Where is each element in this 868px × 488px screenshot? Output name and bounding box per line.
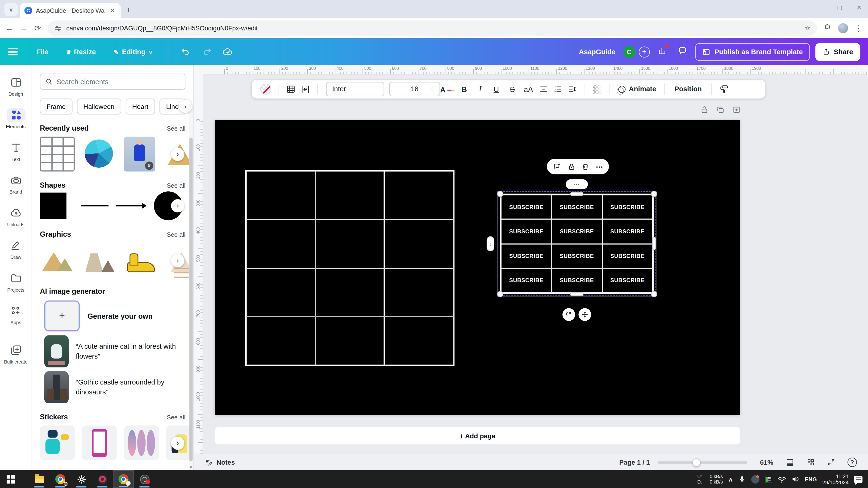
start-button[interactable] (0, 470, 21, 488)
table-cell[interactable]: SUBSCRIBE (552, 268, 602, 293)
grid-view-icon[interactable] (806, 458, 815, 466)
table-cell[interactable]: SUBSCRIBE (552, 195, 602, 219)
arrow-thumbnail[interactable] (116, 192, 147, 219)
table-cell[interactable]: SUBSCRIBE (602, 195, 653, 219)
site-settings-icon[interactable] (54, 25, 61, 32)
text-case-button[interactable]: aA (520, 81, 536, 97)
prompt-item[interactable]: “Gothic castle surrounded by dinosaurs” (44, 371, 193, 403)
spacing-button[interactable] (565, 81, 580, 97)
copy-style-button[interactable] (717, 81, 731, 97)
account-avatar[interactable]: C (623, 46, 636, 58)
row-recent-chevron[interactable]: › (171, 148, 184, 161)
reload-icon[interactable]: ⟳ (34, 24, 41, 33)
extensions-icon[interactable] (824, 24, 832, 33)
browser-menu-icon[interactable]: ⋮ (855, 24, 863, 33)
tab-close-icon[interactable]: ✕ (109, 7, 116, 14)
handle-right-middle[interactable] (652, 237, 656, 250)
resize-menu[interactable]: ♛Resize (59, 48, 102, 56)
more-options-icon[interactable]: ⋯ (596, 162, 603, 171)
see-all-recently[interactable]: See all (167, 125, 185, 131)
workspace-name[interactable]: AsapGuide (579, 48, 615, 56)
position-button[interactable]: Position (670, 81, 706, 97)
scrollbar-thumb[interactable] (189, 138, 193, 461)
pyramids-thumbnail[interactable] (40, 243, 75, 278)
sphinx-thumbnail[interactable] (82, 243, 117, 278)
font-size-value[interactable]: 18 (411, 85, 418, 93)
recording-icon[interactable] (751, 475, 759, 483)
see-all-graphics[interactable]: See all (167, 231, 185, 238)
italic-button[interactable]: I (472, 81, 488, 97)
table-cell[interactable] (315, 171, 384, 220)
list-button[interactable] (551, 81, 565, 97)
duplicate-page-icon[interactable] (716, 106, 724, 114)
comment-icon[interactable] (553, 162, 561, 171)
help-button[interactable]: ? (847, 458, 857, 467)
address-bar[interactable]: canva.com/design/DAGUQp__8G0/QFjcMiH5SOo… (48, 21, 817, 36)
insights-button[interactable] (655, 46, 670, 57)
alignment-button[interactable] (536, 81, 551, 97)
see-all-shapes[interactable]: See all (167, 182, 185, 188)
notification-center-icon[interactable] (854, 476, 862, 483)
add-member-button[interactable]: + (639, 46, 650, 57)
chrome-active-button[interactable] (113, 470, 134, 488)
pie-chart-thumbnail[interactable] (82, 137, 117, 172)
row-drag-handle[interactable]: ⋮ (487, 236, 494, 251)
filter-chip-halloween[interactable]: Halloween (76, 99, 121, 115)
wifi-icon[interactable] (778, 476, 786, 483)
rotate-handle[interactable] (562, 308, 575, 321)
table-cell[interactable] (384, 220, 454, 268)
chips-scroll-chevron[interactable]: › (179, 99, 192, 113)
generate-your-own-card[interactable]: + (44, 300, 80, 331)
table-cell[interactable]: SUBSCRIBE (501, 244, 552, 268)
table-cell[interactable] (246, 268, 315, 317)
window-close-icon[interactable]: ✕ (857, 4, 861, 10)
opera-button[interactable] (92, 470, 113, 488)
table-grid-thumbnail[interactable] (40, 137, 75, 172)
editing-mode-menu[interactable]: ✎Editing∨ (107, 48, 159, 56)
forward-icon[interactable]: → (20, 24, 28, 33)
table-options-pill[interactable]: ⋯ (566, 179, 588, 189)
window-maximize-icon[interactable]: ▢ (837, 4, 842, 10)
table-cell[interactable] (246, 220, 315, 268)
phone-thumbnail[interactable] (82, 426, 117, 460)
transparency-button[interactable] (590, 81, 604, 97)
sidebar-item-design[interactable]: Design (0, 70, 32, 102)
settings-button[interactable] (71, 470, 92, 488)
table-cell[interactable] (246, 171, 315, 220)
model-photo-thumbnail[interactable]: ♛ (124, 137, 155, 172)
sidebar-item-brand[interactable]: Brand (0, 168, 32, 200)
filter-chip-heart[interactable]: Heart (125, 99, 155, 115)
empty-table[interactable] (245, 170, 455, 366)
new-tab-button[interactable]: + (126, 5, 131, 14)
window-minimize-icon[interactable]: — (817, 4, 823, 10)
scrollbar-down-arrow[interactable]: ▼ (189, 465, 193, 469)
table-cell[interactable] (246, 317, 315, 365)
hidden-icons-chevron[interactable]: ∧ (728, 476, 733, 483)
pages-view-icon[interactable] (785, 458, 795, 467)
see-all-stickers[interactable]: See all (167, 414, 185, 420)
row-shapes-chevron[interactable]: › (171, 199, 184, 212)
table-cell[interactable] (315, 220, 384, 268)
hamburger-menu-icon[interactable] (8, 48, 18, 56)
search-input[interactable]: Search elements (40, 73, 185, 90)
table-cell[interactable]: SUBSCRIBE (602, 219, 653, 244)
underline-button[interactable]: U (488, 81, 504, 97)
filter-chip-frame[interactable]: Frame (40, 99, 72, 115)
bold-button[interactable]: B (456, 81, 472, 97)
font-size-increase[interactable]: + (430, 85, 434, 93)
lock-icon[interactable] (567, 162, 576, 171)
sidebar-item-projects[interactable]: Projects (0, 266, 32, 298)
browser-profile-avatar[interactable] (838, 23, 848, 33)
gpu-monitor-icon[interactable] (765, 476, 772, 483)
volume-icon[interactable] (792, 475, 799, 483)
sidebar-item-bulk-create[interactable]: Bulk create (0, 337, 32, 370)
zoom-slider-knob[interactable] (692, 458, 700, 466)
bookmark-star-icon[interactable]: ☆ (805, 24, 810, 32)
back-icon[interactable]: ← (5, 24, 13, 33)
publish-brand-template-button[interactable]: Publish as Brand Template (695, 43, 810, 61)
sidebar-item-apps[interactable]: Apps (0, 298, 32, 331)
table-cell[interactable]: SUBSCRIBE (501, 268, 552, 293)
robot-thumbnail[interactable] (40, 426, 75, 460)
handle-top-center[interactable] (570, 192, 583, 195)
square-thumbnail[interactable] (40, 192, 66, 219)
